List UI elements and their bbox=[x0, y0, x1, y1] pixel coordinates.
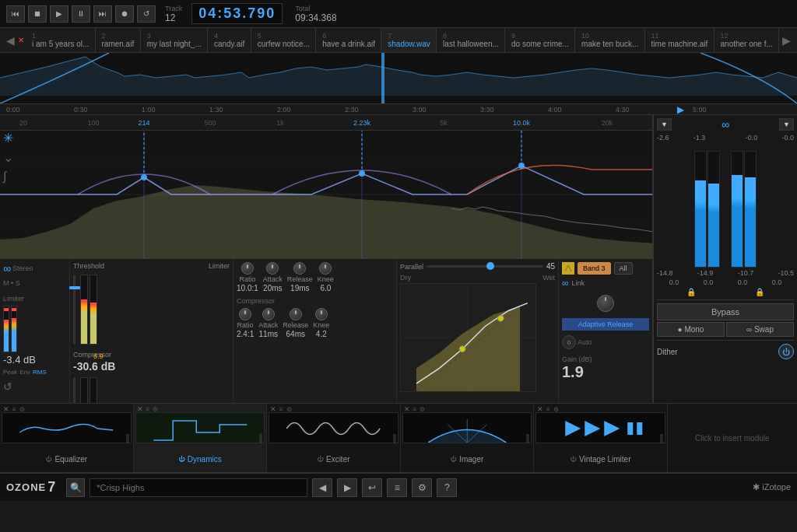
module-dyn-settings[interactable]: ⚙ bbox=[153, 406, 158, 413]
time-marker-200: 2:00 bbox=[277, 106, 291, 114]
reset-icon[interactable]: ↺ bbox=[3, 380, 66, 393]
env-button[interactable]: Env bbox=[19, 369, 30, 376]
lock-icon-1[interactable]: 🔒 bbox=[686, 288, 696, 296]
module-eq-settings[interactable]: ⚙ bbox=[19, 406, 25, 413]
eq-tool-curve[interactable]: ∫ bbox=[3, 170, 13, 184]
module-imager[interactable]: ✕ ≡ ⚙ ⏻ Imager ‖ bbox=[401, 404, 535, 472]
infinity-icon: ∞ bbox=[722, 118, 729, 131]
band-freq-knob[interactable] bbox=[597, 295, 614, 312]
track-item-5[interactable]: 5 curfew notice... bbox=[251, 28, 316, 52]
adaptive-release-button[interactable]: Adaptive Release bbox=[562, 318, 649, 331]
undo-button[interactable]: ↩ bbox=[362, 478, 382, 497]
settings-button[interactable]: ⚙ bbox=[412, 478, 432, 497]
svg-marker-26 bbox=[604, 421, 620, 436]
gain-db-area: Gain (dB) 1.9 bbox=[562, 355, 649, 381]
divider-2 bbox=[657, 340, 794, 341]
track-prev-button[interactable]: ◀ bbox=[3, 34, 18, 47]
module-vintage-limiter[interactable]: ✕ ≡ ⚙ ⏻ Vintage Limiter ‖ bbox=[534, 404, 668, 472]
track-item-3[interactable]: 3 my last night_... bbox=[141, 28, 208, 52]
time-marker-130: 1:30 bbox=[209, 106, 223, 114]
search-input[interactable] bbox=[90, 478, 307, 497]
pause-button[interactable]: ⏸ bbox=[72, 5, 90, 23]
rms-button[interactable]: RMS bbox=[33, 369, 47, 376]
stop-button[interactable]: ⏹ bbox=[28, 5, 47, 23]
time-marker-100: 1:00 bbox=[142, 106, 156, 114]
eq-tool-v[interactable]: ⌄ bbox=[3, 150, 13, 165]
adaptive-release-area: Adaptive Release bbox=[562, 318, 649, 332]
module-vl-settings[interactable]: ⚙ bbox=[553, 406, 559, 413]
time-marker-500: 5:00 bbox=[693, 106, 707, 114]
track-item-11[interactable]: 11 time machine.aif bbox=[645, 28, 714, 52]
comp2-release-knob[interactable] bbox=[290, 308, 302, 320]
prev-preset-button[interactable]: ◀ bbox=[312, 478, 332, 497]
comp1-attack-knob[interactable] bbox=[266, 262, 279, 275]
module-dyn-footer: ⏻ Dynamics bbox=[178, 455, 222, 464]
loop-button[interactable]: ↺ bbox=[137, 5, 156, 23]
threshold-header: Threshold Limiter bbox=[73, 262, 230, 270]
output-dropdown[interactable]: ▼ bbox=[657, 118, 672, 131]
rewind-button[interactable]: ⏮ bbox=[6, 5, 25, 23]
track-item-1[interactable]: 1 i am 5 years ol... bbox=[26, 28, 96, 52]
module-insert-slot[interactable]: Click to insert module bbox=[668, 404, 798, 472]
module-insert-label: Click to insert module bbox=[695, 434, 770, 443]
lock-icon-2[interactable]: 🔒 bbox=[755, 288, 764, 296]
time-display: 04:53.790 bbox=[191, 3, 283, 24]
comp1-ratio-knob[interactable] bbox=[241, 262, 254, 275]
track-item-12[interactable]: 12 another one f... bbox=[714, 28, 780, 52]
track-item-6[interactable]: 6 have a drink.aif bbox=[316, 28, 381, 52]
list-button[interactable]: ≡ bbox=[387, 478, 407, 497]
track-item-9[interactable]: 9 do some crime... bbox=[505, 28, 575, 52]
all-button[interactable]: All bbox=[614, 262, 633, 275]
module-dynamics[interactable]: ✕ ≡ ⚙ ⏻ Dynamics ‖ bbox=[134, 404, 268, 472]
module-equalizer[interactable]: ✕ ≡ ⚙ ⏻ Equalizer ‖ bbox=[0, 404, 134, 472]
total-time: 09:34.368 bbox=[295, 12, 336, 23]
module-vl-display bbox=[535, 412, 665, 443]
mono-button[interactable]: ● Mono bbox=[657, 322, 725, 337]
eq-tool-star[interactable]: ✳ bbox=[3, 131, 13, 145]
band3-button[interactable]: Band 3 bbox=[578, 262, 611, 275]
track-item-4[interactable]: 4 candy.aif bbox=[208, 28, 251, 52]
peak-button[interactable]: Peak bbox=[3, 369, 17, 376]
track-next-button[interactable]: ▶ bbox=[779, 34, 794, 47]
module-exciter[interactable]: ✕ ≡ ⚙ ⏻ Exciter ‖ bbox=[267, 404, 401, 472]
freq-marker-214: 214 bbox=[138, 119, 149, 127]
track-item-2[interactable]: 2 ramen.aif bbox=[96, 28, 141, 52]
next-preset-button[interactable]: ▶ bbox=[337, 478, 357, 497]
parallel-slider[interactable] bbox=[427, 265, 543, 268]
module-exc-power-icon: ⏻ bbox=[317, 456, 323, 463]
comp1-knee-knob[interactable] bbox=[319, 262, 332, 275]
dither-power-button[interactable]: ⏻ bbox=[778, 344, 794, 359]
comp1-release-knob[interactable] bbox=[293, 262, 306, 275]
comp2-knee-knob[interactable] bbox=[315, 308, 328, 320]
track-item-7[interactable]: 7 shadow.wav bbox=[381, 28, 437, 52]
band-icon bbox=[562, 262, 574, 275]
search-icon-btn[interactable]: 🔍 bbox=[66, 478, 85, 497]
gain-db-value: 1.9 bbox=[562, 363, 649, 381]
bypass-button[interactable]: Bypass bbox=[657, 303, 794, 320]
stereo-label: Stereo bbox=[12, 264, 33, 272]
comp-slider-1[interactable] bbox=[73, 377, 75, 403]
freq-marker-1k: 1k bbox=[276, 119, 284, 127]
module-img-power-icon: ⏻ bbox=[450, 456, 456, 463]
help-button[interactable]: ? bbox=[437, 478, 457, 497]
waveform-area[interactable]: 0:00 0:30 1:00 1:30 2:00 2:30 3:00 3:30 … bbox=[0, 53, 797, 115]
track-item-10[interactable]: 10 make ten buck... bbox=[575, 28, 645, 52]
comp2-attack-knob[interactable] bbox=[262, 308, 275, 320]
module-img-settings[interactable]: ⚙ bbox=[420, 406, 425, 413]
record-button[interactable]: ⏺ bbox=[115, 5, 134, 23]
track-close-icon[interactable]: ✕ bbox=[18, 36, 24, 44]
comp2-ratio-knob[interactable] bbox=[239, 308, 251, 320]
settings-dropdown[interactable]: ▼ bbox=[779, 118, 794, 131]
next-button[interactable]: ⏭ bbox=[93, 5, 112, 23]
play-button[interactable]: ▶ bbox=[50, 5, 68, 23]
auto-button[interactable]: ○ bbox=[562, 335, 576, 349]
swap-button[interactable]: ∞ Swap bbox=[726, 322, 794, 337]
track-item-8[interactable]: 8 last halloween... bbox=[437, 28, 505, 52]
waveform-canvas bbox=[0, 53, 797, 103]
comp-meter-2 bbox=[90, 377, 97, 403]
comp2-params: Ratio 2.4:1 Attack 11ms Release 64ms bbox=[237, 308, 393, 338]
eq-display[interactable]: 20 100 214 500 1k 2.23k 5k 10.0k 20k bbox=[0, 115, 652, 259]
meter-val-3: -0.0 bbox=[746, 134, 758, 142]
limiter-threshold-slider[interactable] bbox=[73, 275, 75, 345]
module-exc-settings[interactable]: ⚙ bbox=[286, 406, 292, 413]
